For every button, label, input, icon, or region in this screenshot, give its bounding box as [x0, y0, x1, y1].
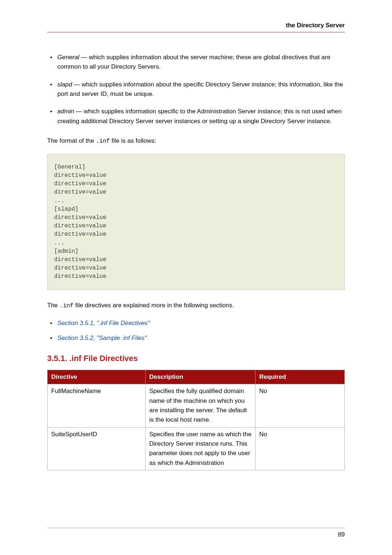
section-links: Section 3.5.1, ".inf File Directives" Se…: [47, 319, 345, 343]
term-admin: admin: [57, 108, 74, 115]
cell-directive: SuiteSpotUserID: [48, 427, 146, 470]
page: the Directory Server General — which sup…: [0, 0, 392, 555]
col-required: Required: [256, 370, 345, 384]
running-header: the Directory Server: [47, 22, 345, 32]
col-directive: Directive: [48, 370, 146, 384]
intro-bullet-list: General — which supplies information abo…: [47, 53, 345, 126]
after-code-code: .inf: [60, 303, 73, 309]
bullet-general: General — which supplies information abo…: [47, 53, 345, 72]
cell-required: No: [256, 384, 345, 427]
page-number: 89: [338, 531, 345, 538]
cell-description: Specifies the user name as which the Dir…: [146, 427, 256, 470]
bullet-admin: admin — which supplies information speci…: [47, 107, 345, 126]
directives-table: Directive Description Required FullMachi…: [47, 370, 345, 470]
cell-directive: FullMachineName: [48, 384, 146, 427]
table-row: SuiteSpotUserID Specifies the user name …: [48, 427, 345, 470]
body: General — which supplies information abo…: [47, 53, 345, 470]
cell-description: Specifies the fully qualified domain nam…: [146, 384, 256, 427]
col-description: Description: [146, 370, 256, 384]
format-intro-before: The format of the: [47, 137, 96, 144]
term-general: General: [57, 54, 79, 61]
table-row: FullMachineName Specifies the fully qual…: [48, 384, 345, 427]
page-footer: 89: [47, 528, 345, 538]
after-code-para: The .inf file directives are explained m…: [47, 301, 345, 311]
after-code-before: The: [47, 302, 60, 309]
format-intro-after: file is as follows:: [110, 137, 156, 144]
format-intro: The format of the .inf file is as follow…: [47, 136, 345, 146]
table-header-row: Directive Description Required: [48, 370, 345, 384]
bullet-slapd-text: — which supplies information about the s…: [57, 81, 343, 97]
cell-required: No: [256, 427, 345, 470]
inf-format-codeblock: [General] directive=value directive=valu…: [47, 154, 345, 290]
link-section-3-5-1[interactable]: Section 3.5.1, ".inf File Directives": [47, 319, 345, 328]
bullet-general-text: — which supplies information about the s…: [57, 54, 330, 70]
bullet-slapd: slapd — which supplies information about…: [47, 80, 345, 99]
section-title: 3.5.1. .inf File Directives: [47, 352, 345, 365]
term-slapd: slapd: [57, 81, 72, 88]
bullet-admin-text: — which supplies information specific to…: [57, 108, 342, 124]
after-code-after: file directives are explained more in th…: [73, 302, 234, 309]
format-intro-code: .inf: [96, 138, 110, 145]
link-section-3-5-2[interactable]: Section 3.5.2, "Sample .inf Files": [47, 333, 345, 343]
